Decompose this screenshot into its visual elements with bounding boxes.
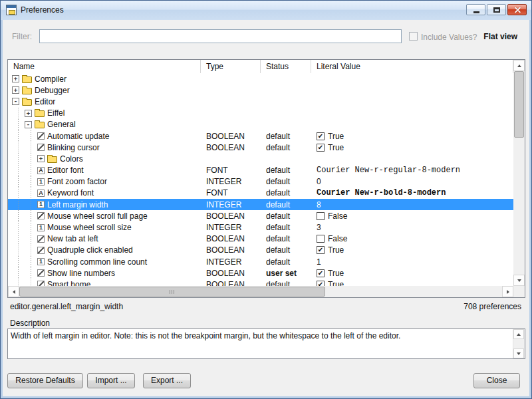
- table-row[interactable]: Smart homeBOOLEANdefault✔True: [8, 279, 513, 286]
- tree-indent-guide: [25, 142, 37, 153]
- restore-defaults-button[interactable]: Restore Defaults: [7, 373, 83, 388]
- collapse-icon[interactable]: -: [12, 98, 19, 105]
- vertical-scrollbar[interactable]: [513, 60, 525, 286]
- description-scrollbar[interactable]: [513, 329, 525, 358]
- table-row[interactable]: AEditor fontFONTdefaultCourier New-r-reg…: [8, 165, 513, 176]
- column-header-name[interactable]: Name: [8, 60, 201, 73]
- row-value: False: [311, 233, 513, 245]
- scroll-up-button[interactable]: [513, 60, 525, 71]
- title-bar[interactable]: Preferences: [1, 1, 531, 20]
- row-name-cell: +Eiffel: [8, 108, 201, 119]
- preferences-table: Name Type Status Literal Value +Compiler…: [7, 59, 525, 298]
- description-scroll-up-button[interactable]: [513, 329, 524, 339]
- tree-indent-guide: [25, 153, 37, 164]
- row-name-cell: 1Font zoom factor: [8, 176, 201, 188]
- column-header-value[interactable]: Literal Value: [311, 60, 513, 73]
- table-row[interactable]: Quadruple click enabledBOOLEANdefault✔Tr…: [8, 245, 513, 256]
- expand-icon[interactable]: +: [37, 155, 45, 162]
- description-scroll-down-button[interactable]: [513, 348, 524, 358]
- row-status: [261, 96, 311, 107]
- close-button[interactable]: [507, 4, 527, 15]
- description-text: Width of left margin in editor. Note: th…: [11, 331, 510, 341]
- row-value: [311, 153, 513, 164]
- row-value-text: True: [328, 280, 344, 286]
- row-name-cell: +Debugger: [8, 84, 201, 96]
- horizontal-scrollbar[interactable]: [8, 286, 513, 297]
- row-value: 1: [311, 256, 513, 267]
- row-label: Mouse wheel scroll full page: [47, 211, 148, 221]
- tree-indent-guide: [25, 279, 37, 286]
- scroll-left-button[interactable]: [8, 286, 19, 297]
- row-label: Editor font: [47, 166, 84, 175]
- row-label: General: [47, 120, 76, 129]
- table-row[interactable]: AKeyword fontFONTdefaultCourier New-r-bo…: [8, 188, 513, 199]
- checkbox-checked[interactable]: ✔: [317, 132, 325, 140]
- row-value: ✔True: [311, 267, 513, 279]
- checkbox-unchecked[interactable]: [317, 235, 325, 243]
- table-row[interactable]: +Eiffel: [8, 108, 513, 119]
- table-row[interactable]: Automatic updateBOOLEANdefault✔True: [8, 130, 513, 142]
- scroll-right-button[interactable]: [502, 286, 513, 297]
- tree-indent-guide: [25, 165, 37, 176]
- table-row[interactable]: Mouse wheel scroll full pageBOOLEANdefau…: [8, 210, 513, 221]
- boolean-pref-icon: [37, 247, 45, 254]
- left-arrow-icon: [13, 290, 15, 294]
- import-button[interactable]: Import ...: [87, 373, 135, 388]
- row-status: [261, 84, 311, 96]
- boolean-pref-icon: [37, 235, 45, 243]
- close-dialog-button[interactable]: Close: [473, 373, 520, 388]
- filter-label: Filter:: [12, 32, 32, 41]
- tree-indent-guide: [25, 245, 37, 256]
- horizontal-scroll-thumb[interactable]: [19, 287, 325, 297]
- tree-indent-guide: [12, 108, 25, 119]
- scroll-down-button[interactable]: [513, 275, 525, 286]
- row-name-cell: 1Mouse wheel scroll size: [8, 221, 201, 233]
- table-row[interactable]: 1Mouse wheel scroll sizeINTEGERdefault3: [8, 221, 513, 233]
- table-row[interactable]: 1Left margin widthINTEGERdefault8: [8, 199, 513, 210]
- checkbox-unchecked[interactable]: [317, 212, 325, 220]
- checkbox-checked[interactable]: ✔: [317, 281, 325, 286]
- export-button[interactable]: Export ...: [143, 373, 191, 388]
- table-row[interactable]: Blinking cursorBOOLEANdefault✔True: [8, 142, 513, 153]
- row-label: Automatic update: [47, 132, 109, 141]
- row-type: BOOLEAN: [201, 279, 261, 286]
- row-type: [201, 96, 261, 107]
- tree-indent-guide: [12, 119, 25, 130]
- collapse-icon[interactable]: -: [25, 121, 32, 128]
- table-row[interactable]: +Colors: [8, 153, 513, 164]
- table-row[interactable]: 1Scrolling common line countINTEGERdefau…: [8, 256, 513, 267]
- table-row[interactable]: +Compiler: [8, 73, 513, 84]
- checkbox-checked[interactable]: ✔: [317, 144, 325, 152]
- tree-indent-guide: [12, 199, 25, 210]
- filter-input[interactable]: [39, 29, 402, 43]
- row-value-text: 1: [317, 257, 321, 267]
- vertical-scroll-thumb[interactable]: [514, 71, 524, 138]
- row-label: Blinking cursor: [47, 143, 100, 152]
- expand-icon[interactable]: +: [12, 86, 19, 94]
- dialog-content: Filter: Include Values? Flat view Name T…: [3, 20, 529, 396]
- expand-icon[interactable]: +: [25, 110, 32, 117]
- column-header-type[interactable]: Type: [201, 60, 261, 73]
- checkbox-checked[interactable]: ✔: [317, 246, 325, 254]
- column-header-status[interactable]: Status: [261, 60, 311, 73]
- row-name-cell: Smart home: [8, 279, 201, 286]
- row-value-text: True: [328, 143, 344, 152]
- maximize-button[interactable]: [487, 4, 506, 15]
- row-status: default: [261, 245, 311, 256]
- table-row[interactable]: +Debugger: [8, 84, 513, 96]
- font-pref-icon: A: [37, 167, 45, 174]
- row-label: Show line numbers: [47, 269, 115, 278]
- checkbox-checked[interactable]: ✔: [317, 269, 325, 277]
- table-row[interactable]: -General: [8, 119, 513, 130]
- row-status: default: [261, 199, 311, 210]
- table-row[interactable]: Show line numbersBOOLEANuser set✔True: [8, 267, 513, 279]
- down-arrow-icon: [517, 352, 521, 355]
- expand-icon[interactable]: +: [12, 75, 19, 82]
- include-values-checkbox[interactable]: [409, 32, 418, 41]
- table-row[interactable]: New tab at leftBOOLEANdefaultFalse: [8, 233, 513, 245]
- right-arrow-icon: [507, 290, 509, 294]
- flat-view-toggle[interactable]: Flat view: [483, 32, 517, 41]
- minimize-button[interactable]: [466, 4, 485, 15]
- table-row[interactable]: 1Font zoom factorINTEGERdefault0: [8, 176, 513, 188]
- table-row[interactable]: -Editor: [8, 96, 513, 107]
